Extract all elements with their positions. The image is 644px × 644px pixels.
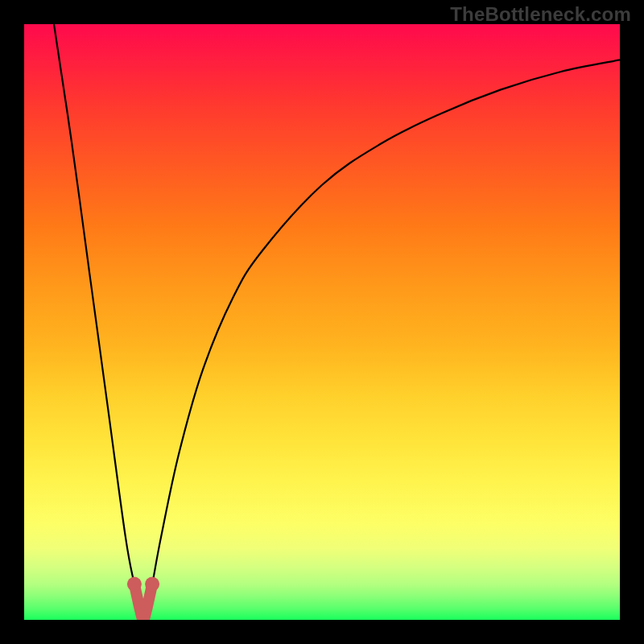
chart-container: TheBottleneck.com bbox=[0, 0, 644, 644]
bottleneck-curve-svg bbox=[24, 24, 620, 620]
plot-area bbox=[24, 24, 620, 620]
curve-left-branch bbox=[54, 24, 143, 620]
curve-right-branch bbox=[143, 60, 620, 620]
tip-dot-right bbox=[145, 577, 159, 592]
watermark-text: TheBottleneck.com bbox=[450, 3, 631, 26]
tip-dot-left bbox=[127, 577, 142, 592]
